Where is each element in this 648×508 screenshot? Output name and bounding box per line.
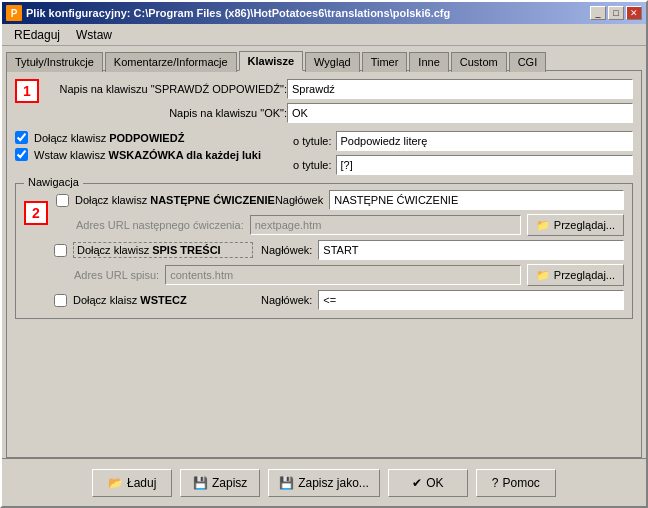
input-otytule-1[interactable] (336, 131, 633, 151)
tab-cgi[interactable]: CGI (509, 52, 547, 72)
input-spis-url[interactable] (165, 265, 521, 285)
ok-button[interactable]: ✔ OK (388, 469, 468, 497)
nav-heading-label-2: Nagłówek: (261, 244, 312, 256)
title-bar-left: P Plik konfiguracyjny: C:\Program Files … (6, 5, 450, 21)
folder-icon-2: 📁 (536, 269, 550, 282)
title-bar: P Plik konfiguracyjny: C:\Program Files … (2, 2, 646, 24)
input-nastepne-heading[interactable] (329, 190, 624, 210)
save-as-icon: 💾 (279, 476, 294, 490)
close-button[interactable]: ✕ (626, 6, 642, 20)
input-wstecz-heading[interactable] (318, 290, 624, 310)
bottom-bar: 📂 Ładuj 💾 Zapisz 💾 Zapisz jako... ✔ OK ?… (2, 458, 646, 506)
browse-nastepne-button[interactable]: 📁 Przeglądaj... (527, 214, 624, 236)
tab-timer[interactable]: Timer (362, 52, 408, 72)
window-title: Plik konfiguracyjny: C:\Program Files (x… (26, 7, 450, 19)
label-ok: Napis na klawiszu "OK": (47, 107, 287, 119)
nav-heading-label-1: Nagłówek (275, 194, 323, 206)
browse-spis-button[interactable]: 📁 Przeglądaj... (527, 264, 624, 286)
save-icon: 💾 (193, 476, 208, 490)
nav-heading-label-3: Nagłówek: (261, 294, 312, 306)
content-area: 1 Napis na klawiszu "SPRAWDŹ ODPOWIEDŹ":… (6, 70, 642, 458)
highlight-2: 2 (24, 201, 48, 225)
folder-icon-1: 📁 (536, 219, 550, 232)
title-controls: _ □ ✕ (590, 6, 642, 20)
input-otytule-2[interactable] (336, 155, 633, 175)
ok-icon: ✔ (412, 476, 422, 490)
minimize-button[interactable]: _ (590, 6, 606, 20)
input-spis-heading[interactable] (318, 240, 624, 260)
menu-redaguj[interactable]: REdaguj (6, 26, 68, 44)
navigation-group: Nawigacja 2 Dołącz klawisz NASTĘPNE ĆWIC… (15, 183, 633, 319)
checkbox-wskazowka[interactable] (15, 148, 28, 161)
input-ok[interactable] (287, 103, 633, 123)
checkbox-podpowiedz[interactable] (15, 131, 28, 144)
label-nastepne: Dołącz klawisz NASTĘPNE ĆWICZENIE (75, 194, 275, 206)
label-spis: Dołącz klawisz SPIS TREŚCI (73, 242, 253, 258)
tab-wyglad[interactable]: Wygląd (305, 52, 360, 72)
label-wstecz: Dołącz klaisz WSTECZ (73, 294, 253, 306)
help-icon: ? (492, 476, 499, 490)
save-button[interactable]: 💾 Zapisz (180, 469, 260, 497)
load-icon: 📂 (108, 476, 123, 490)
load-button[interactable]: 📂 Ładuj (92, 469, 172, 497)
tab-komentarze[interactable]: Komentarze/Informacje (105, 52, 237, 72)
input-sprawdz[interactable] (287, 79, 633, 99)
label-sprawdz: Napis na klawiszu "SPRAWDŹ ODPOWIEDŹ": (47, 83, 287, 95)
app-icon: P (6, 5, 22, 21)
label-podpowiedz: Dołącz klawisz PODPOWIEDŹ (34, 132, 184, 144)
tab-tytuly[interactable]: Tytuły/Instrukcje (6, 52, 103, 72)
tabs-container: Tytuły/Instrukcje Komentarze/Informacje … (2, 46, 646, 70)
checkbox-wstecz[interactable] (54, 294, 67, 307)
menu-wstaw[interactable]: Wstaw (68, 26, 120, 44)
highlight-1: 1 (15, 79, 39, 103)
nav-legend: Nawigacja (24, 176, 83, 188)
main-window: P Plik konfiguracyjny: C:\Program Files … (0, 0, 648, 508)
maximize-button[interactable]: □ (608, 6, 624, 20)
checkbox-nastepne[interactable] (56, 194, 69, 207)
input-nastepne-url[interactable] (250, 215, 521, 235)
tab-inne[interactable]: Inne (409, 52, 448, 72)
otytule-label-2: o tytule: (293, 159, 332, 171)
checkbox-spis[interactable] (54, 244, 67, 257)
tab-custom[interactable]: Custom (451, 52, 507, 72)
label-wskazowka: Wstaw klawisz WSKAZÓWKA dla każdej luki (34, 149, 261, 161)
save-as-button[interactable]: 💾 Zapisz jako... (268, 469, 380, 497)
help-button[interactable]: ? Pomoc (476, 469, 556, 497)
nav-url-label-2: Adres URL spisu: (74, 269, 159, 281)
menu-bar: REdaguj Wstaw (2, 24, 646, 46)
nav-url-label-1: Adres URL następnego ćwiczenia: (76, 219, 244, 231)
tab-klawisze[interactable]: Klawisze (239, 51, 303, 71)
otytule-label-1: o tytule: (293, 135, 332, 147)
